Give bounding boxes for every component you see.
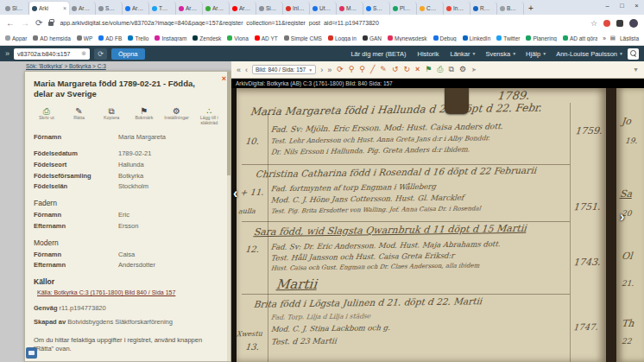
chat-widget-button[interactable] <box>26 347 37 359</box>
app-menu-item[interactable]: Länkar ▼ <box>450 50 476 58</box>
scrollbar-thumb[interactable] <box>227 72 230 175</box>
last-image-icon[interactable]: » <box>327 66 331 74</box>
browser-tab[interactable]: Boka t <box>497 2 524 15</box>
scan-image-area[interactable]: ArkivDigital: Botkyrka (AB) C:3 (1761-18… <box>231 79 644 362</box>
browser-tab[interactable]: Utskic <box>310 2 337 15</box>
app-menu-item[interactable]: Svenska ▼ <box>485 50 516 58</box>
browser-tab[interactable]: Regist <box>470 2 497 15</box>
aux-tool-button[interactable]: ⟳ <box>94 48 107 60</box>
zoom-out-icon[interactable]: ⚲ <box>359 66 365 73</box>
bookmarks-overflow-icon[interactable]: » <box>603 35 606 41</box>
prev-page-arrow-icon[interactable]: ‹ <box>233 187 237 200</box>
bookmark-item[interactable]: Twitter <box>496 35 520 41</box>
browser-tab[interactable]: Skapa <box>96 2 123 15</box>
browser-tab[interactable]: Twitter <box>149 2 176 15</box>
zoom-in-icon[interactable]: ⚲ <box>349 66 355 73</box>
browser-tab[interactable]: Corona <box>417 2 444 15</box>
extension-icon[interactable] <box>616 20 623 27</box>
browser-tab[interactable]: Arki × <box>29 2 69 15</box>
tab-close-icon[interactable]: × <box>63 5 66 11</box>
bookmark-item[interactable]: AD YT <box>255 35 278 41</box>
prev-image-icon[interactable]: ‹ <box>245 66 248 74</box>
browser-tab[interactable]: ArkivD <box>230 2 256 15</box>
open-button[interactable]: Öppna <box>111 48 145 60</box>
bookmark-item[interactable]: WP <box>77 35 92 41</box>
forward-icon[interactable]: → <box>21 19 29 28</box>
app-menu-item[interactable]: Historik <box>417 50 440 58</box>
record-toolbar-button[interactable]: ✎ Rätta <box>66 106 92 126</box>
browser-tab[interactable]: Simple <box>256 2 283 15</box>
volume-search-input[interactable]: v83702a:b840:s157 ⊗ <box>14 48 90 60</box>
browser-tab[interactable]: ArkivD <box>123 2 149 15</box>
app-menu-item[interactable]: Hjälp ▼ <box>526 50 546 58</box>
bookmark-item[interactable]: Instagram <box>155 35 186 41</box>
window-control-button[interactable]: □ <box>615 0 629 11</box>
bookmark-item[interactable]: AD FB <box>98 35 122 41</box>
browser-tab[interactable]: Arkiv D <box>176 2 203 15</box>
bookmark-item[interactable]: Planering <box>526 35 556 41</box>
close-icon[interactable]: × <box>222 74 226 83</box>
record-toolbar-button[interactable]: ⎙ Skriv ut <box>34 106 60 126</box>
source-link[interactable]: Källa: Botkyrka C:3 (1761-1800) Bild 840… <box>37 289 222 295</box>
print-icon[interactable]: ⎙ <box>437 66 443 73</box>
new-tab-button[interactable]: + <box>524 2 538 15</box>
bookmark-item[interactable]: Appar <box>5 35 27 41</box>
record-toolbar-button[interactable]: ⧉ Kopiera <box>98 106 124 126</box>
image-page-value: Bild: 840 / Sida: 157 <box>256 67 306 73</box>
app-menu-item[interactable]: Ann-Louise Paulsson ▼ <box>556 50 623 58</box>
browser-tab[interactable]: Släktfo <box>3 2 29 15</box>
back-icon[interactable]: ← <box>6 19 15 28</box>
record-toolbar-button[interactable]: ⚙ Inställningar <box>164 106 190 126</box>
bookmark-item[interactable]: Zendesk <box>193 35 221 41</box>
copy-icon[interactable]: ⧉ <box>449 66 454 73</box>
bookmark-item[interactable]: Simple CMS <box>284 35 322 41</box>
browser-tab[interactable]: Arkiv D <box>203 2 230 15</box>
next-image-icon[interactable]: › <box>320 66 323 74</box>
browser-tab[interactable]: Planer <box>390 2 417 15</box>
bookmark-item[interactable]: AD hemsida <box>33 35 70 41</box>
pointer-icon[interactable]: ➤ <box>471 67 477 73</box>
remove-icon[interactable]: × <box>415 66 420 73</box>
expand-panel-icon[interactable]: » <box>5 49 9 58</box>
draw-line-icon[interactable]: ╱ <box>370 66 375 73</box>
reload-icon[interactable]: ⟳ <box>35 19 42 28</box>
window-control-button[interactable]: × <box>629 0 644 11</box>
first-image-icon[interactable]: « <box>237 66 241 74</box>
pencil-icon[interactable]: ✎ <box>380 66 387 73</box>
url-text[interactable]: app.arkivdigital.se/volume/v83702a?image… <box>60 20 584 26</box>
bookmark-item[interactable]: GAN <box>363 35 382 41</box>
browser-tab[interactable]: Sharin <box>363 2 390 15</box>
breadcrumb[interactable]: Sök: 'Botkyrka' > Botkyrka > C:3 <box>26 63 106 69</box>
bookmark-item[interactable]: AD att göra <box>563 35 597 41</box>
bookmark-item[interactable]: Trello <box>128 35 148 41</box>
next-page-arrow-icon[interactable]: › <box>620 210 624 224</box>
tab-label: Skapa <box>105 5 117 11</box>
toolbar-search-button[interactable] <box>628 48 639 60</box>
browser-tab[interactable]: Inkorg <box>444 2 470 15</box>
collapse-toolbar-icon[interactable]: ▼ <box>633 67 639 73</box>
browser-tab[interactable]: ArkivD <box>69 2 96 15</box>
window-control-button[interactable]: – <box>600 0 615 11</box>
reading-list-button[interactable]: Läslista <box>620 35 639 41</box>
bookmark-item[interactable]: LinkedIn <box>463 35 491 41</box>
bookmark-star-icon[interactable]: ☆ <box>590 19 597 28</box>
record-toolbar-button[interactable]: ⚑ Bokmärk <box>131 106 157 126</box>
bookmark-item[interactable]: Viona <box>227 35 249 41</box>
rotate-ccw-icon[interactable]: ↺ <box>392 66 399 73</box>
bookmark-item[interactable]: Debug <box>433 35 457 41</box>
browser-tab[interactable]: Mynew <box>337 2 363 15</box>
app-menu-item[interactable]: Lär dig mer (BETA) <box>350 50 407 58</box>
bookmark-icon[interactable]: ⚑ <box>425 66 432 73</box>
panel-scrollbar[interactable] <box>227 72 230 361</box>
record-toolbar-button[interactable]: ∴ Lägg till i släktträd <box>196 106 222 126</box>
refresh-icon[interactable]: ⟳ <box>337 66 344 73</box>
bookmark-item[interactable]: Logga in <box>328 35 357 41</box>
clear-input-icon[interactable]: ⊗ <box>81 50 86 57</box>
image-page-selector[interactable]: Bild: 840 / Sida: 157 ▼ <box>252 65 316 74</box>
rotate-cw-icon[interactable]: ↻ <box>403 66 410 73</box>
bookmark-item[interactable]: Mynewsdesk <box>388 35 427 41</box>
profile-avatar[interactable] <box>629 19 638 28</box>
browser-tab[interactable]: Inlogg <box>283 2 310 15</box>
extension-icon[interactable] <box>603 20 610 27</box>
settings-icon[interactable]: ⚙ <box>459 66 466 73</box>
